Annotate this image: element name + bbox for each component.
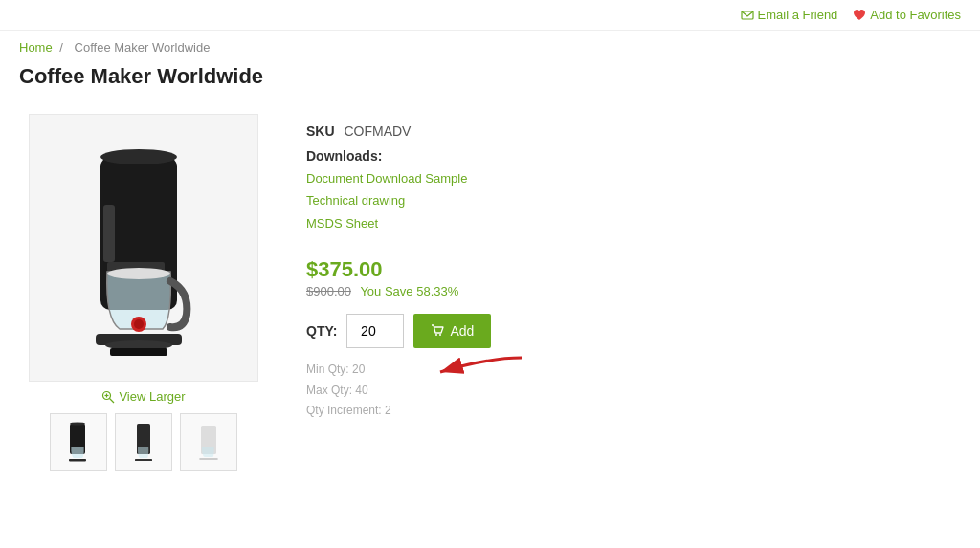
svg-point-7 (134, 319, 144, 329)
min-qty: Min Qty: 20 (306, 360, 391, 381)
download-link-3[interactable]: MSDS Sheet (306, 212, 961, 234)
svg-point-16 (70, 422, 85, 425)
qty-info: Min Qty: 20 Max Qty: 40 Qty Increment: 2 (306, 360, 391, 422)
svg-line-12 (110, 398, 115, 403)
add-to-cart-button[interactable]: Add (413, 314, 491, 348)
cart-icon (431, 324, 444, 338)
top-bar: Email a Friend Add to Favorites (0, 0, 980, 31)
thumbnails (50, 413, 237, 471)
breadcrumb: Home / Coffee Maker Worldwide (0, 31, 980, 64)
svg-rect-21 (199, 458, 217, 460)
thumbnail-3[interactable] (180, 413, 237, 471)
thumbnail-1[interactable] (50, 413, 107, 471)
product-image-svg (48, 128, 239, 367)
product-info: SKU COFMADV Downloads: Document Download… (306, 114, 961, 471)
download-link-1[interactable]: Document Download Sample (306, 167, 961, 189)
heart-icon (853, 9, 866, 22)
breadcrumb-current: Coffee Maker Worldwide (75, 40, 211, 55)
sku-line: SKU COFMADV (306, 123, 961, 139)
original-price: $900.00 (306, 284, 351, 298)
page-title: Coffee Maker Worldwide (0, 64, 980, 104)
add-favorites-label: Add to Favorites (870, 8, 961, 22)
breadcrumb-separator: / (59, 40, 66, 55)
svg-rect-10 (110, 348, 167, 356)
sku-value: COFMADV (344, 123, 411, 139)
add-favorites-link[interactable]: Add to Favorites (853, 8, 961, 22)
svg-point-22 (435, 334, 437, 336)
download-link-2[interactable]: Technical drawing (306, 189, 961, 211)
email-friend-label: Email a Friend (758, 8, 838, 22)
qty-input[interactable] (346, 314, 404, 348)
email-icon (741, 9, 754, 22)
you-save: You Save 58.33% (360, 284, 458, 298)
svg-rect-19 (135, 459, 152, 461)
image-section: View Larger (19, 114, 268, 471)
max-qty: Max Qty: 40 (306, 381, 391, 402)
qty-label: QTY: (306, 323, 337, 339)
red-arrow-icon (431, 348, 526, 396)
view-larger-label: View Larger (119, 389, 185, 404)
downloads-section: Downloads: Document Download Sample Tech… (306, 148, 961, 234)
zoom-icon (101, 390, 115, 404)
downloads-label: Downloads: (306, 148, 961, 164)
original-price-line: $900.00 You Save 58.33% (306, 284, 961, 298)
content: View Larger (0, 104, 980, 490)
qty-increment: Qty Increment: 2 (306, 401, 391, 422)
svg-point-23 (439, 334, 441, 336)
qty-info-block: Min Qty: 20 Max Qty: 40 Qty Increment: 2 (306, 348, 391, 422)
add-button-label: Add (450, 323, 474, 339)
arrow-annotation (431, 348, 506, 399)
view-larger-link[interactable]: View Larger (101, 389, 185, 404)
qty-section: QTY: Add (306, 314, 961, 348)
email-friend-link[interactable]: Email a Friend (741, 8, 838, 22)
svg-rect-17 (69, 459, 86, 461)
svg-rect-3 (103, 205, 115, 262)
svg-point-2 (100, 149, 177, 164)
current-price: $375.00 (306, 257, 961, 282)
thumbnail-2[interactable] (115, 413, 172, 471)
price-section: $375.00 $900.00 You Save 58.33% (306, 257, 961, 298)
sku-label: SKU (306, 123, 335, 139)
breadcrumb-home[interactable]: Home (19, 40, 53, 55)
main-product-image (29, 114, 258, 382)
svg-point-5 (107, 268, 170, 279)
